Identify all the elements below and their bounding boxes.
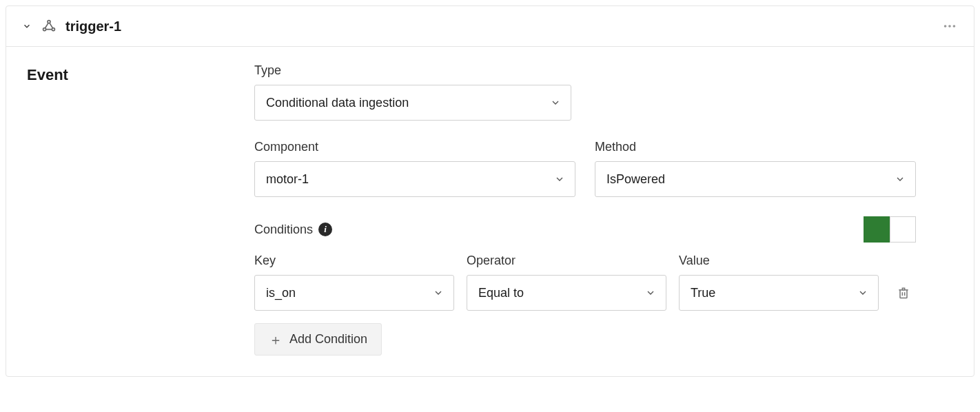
info-icon[interactable]: i [318, 223, 332, 236]
more-menu-button[interactable] [939, 16, 960, 37]
chevron-down-icon [895, 174, 906, 185]
conditions-toggle[interactable] [864, 216, 916, 243]
condition-value-select[interactable]: True [679, 275, 879, 311]
condition-key-field: Key is_on [254, 254, 454, 311]
condition-key-value: is_on [266, 286, 296, 300]
method-label: Method [595, 140, 916, 154]
trash-icon [897, 285, 910, 300]
type-value: Conditional data ingestion [266, 96, 409, 110]
chevron-down-icon [22, 21, 32, 31]
svg-point-2 [52, 28, 54, 31]
conditions-label: Conditions i [254, 223, 332, 237]
component-value: motor-1 [266, 172, 309, 187]
chevron-down-icon [857, 287, 868, 298]
conditions-label-text: Conditions [254, 223, 313, 237]
conditions-header: Conditions i [254, 216, 916, 243]
type-label: Type [254, 63, 571, 78]
chevron-down-icon [645, 287, 656, 298]
panel-header: trigger-1 [6, 6, 974, 47]
chevron-down-icon [433, 287, 444, 298]
method-value: IsPowered [606, 172, 665, 187]
condition-value-text: True [691, 286, 715, 300]
component-field: Component motor-1 [254, 140, 575, 197]
svg-point-3 [944, 25, 947, 28]
condition-operator-select[interactable]: Equal to [467, 275, 666, 311]
delete-condition-button[interactable] [891, 275, 916, 311]
add-condition-label: Add Condition [289, 332, 367, 347]
svg-point-4 [948, 25, 951, 28]
condition-key-select[interactable]: is_on [254, 275, 454, 311]
collapse-toggle[interactable] [20, 19, 34, 33]
chevron-down-icon [550, 97, 561, 108]
condition-operator-value: Equal to [478, 286, 524, 300]
condition-operator-field: Operator Equal to [467, 254, 666, 311]
type-select[interactable]: Conditional data ingestion [254, 85, 571, 121]
type-field: Type Conditional data ingestion [254, 63, 571, 121]
panel-title: trigger-1 [65, 19, 121, 34]
condition-value-field: Value True [679, 254, 879, 311]
section-label: Event [27, 66, 254, 84]
svg-point-1 [43, 28, 46, 31]
trigger-panel: trigger-1 Event Type Conditional data in… [6, 6, 974, 377]
add-condition-button[interactable]: ＋ Add Condition [254, 323, 382, 356]
method-field: Method IsPowered [595, 140, 916, 197]
component-select[interactable]: motor-1 [254, 161, 575, 197]
section-label-column: Event [27, 63, 254, 356]
component-label: Component [254, 140, 575, 154]
panel-body: Event Type Conditional data ingestion Co… [6, 47, 974, 376]
svg-point-0 [48, 21, 50, 23]
chevron-down-icon [554, 174, 565, 185]
plus-icon: ＋ [269, 333, 283, 347]
method-select[interactable]: IsPowered [595, 161, 916, 197]
dots-horizontal-icon [942, 19, 957, 34]
condition-row: Key is_on Operator Equal to [254, 254, 916, 311]
operator-column-label: Operator [467, 254, 666, 268]
webhook-icon [41, 18, 57, 34]
key-column-label: Key [254, 254, 454, 268]
toggle-knob [890, 216, 916, 243]
form-column: Type Conditional data ingestion Componen… [254, 63, 916, 356]
svg-point-5 [953, 25, 956, 28]
value-column-label: Value [679, 254, 879, 268]
